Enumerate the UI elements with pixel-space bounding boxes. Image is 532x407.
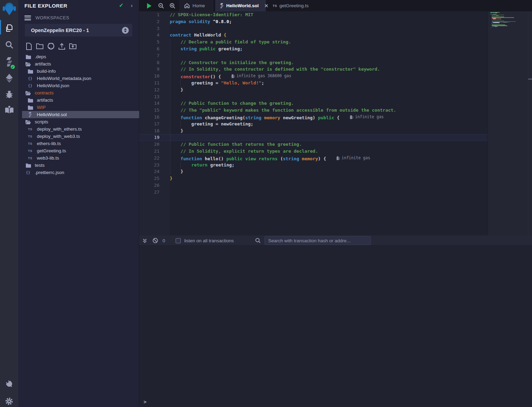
overview-ruler[interactable]	[528, 11, 532, 235]
line-number[interactable]: 15	[139, 107, 159, 114]
new-file-icon[interactable]	[25, 42, 33, 50]
home-icon	[184, 3, 190, 8]
line-number[interactable]: 10	[139, 73, 159, 80]
upload-file-icon[interactable]	[58, 42, 66, 50]
folder-open-icon	[25, 62, 31, 67]
tree-item-getgreeting-ts[interactable]: TSgetGreeting.ts	[22, 147, 139, 154]
close-tab-icon[interactable]: ✕	[264, 3, 269, 9]
run-script-button[interactable]	[145, 0, 154, 11]
play-icon	[147, 3, 152, 9]
code-line-19: 19	[139, 134, 488, 141]
line-number[interactable]: 21	[139, 148, 159, 155]
terminal-prompt: >	[144, 399, 146, 405]
tree-item-helloworld-metadata-json[interactable]: {}HelloWorld_metadata.json	[22, 75, 139, 82]
tree-item-label: HelloWorld.json	[37, 83, 69, 88]
line-number[interactable]: 24	[139, 168, 159, 175]
file-explorer-icon[interactable]	[0, 22, 18, 34]
remix-ide-window: ✓	[0, 0, 532, 407]
line-number[interactable]: 19	[139, 134, 159, 141]
line-number[interactable]: 4	[139, 32, 159, 39]
tree-item--deps[interactable]: .deps	[22, 53, 139, 60]
line-number[interactable]: 11	[139, 80, 159, 87]
tree-item-tests[interactable]: tests	[22, 162, 139, 169]
expand-terminal-icon[interactable]	[142, 235, 147, 246]
tree-item--prettierrc-json[interactable]: {}.prettierrc.json	[22, 169, 139, 176]
listen-checkbox[interactable]	[176, 235, 181, 246]
code-line-14: 14 // Public function to change the gree…	[139, 100, 488, 107]
code-line-7: 7	[139, 52, 488, 59]
line-number[interactable]: 12	[139, 87, 159, 93]
line-number[interactable]: 26	[139, 182, 159, 189]
terminal-output[interactable]: >	[139, 246, 532, 407]
github-icon[interactable]	[47, 42, 55, 50]
terminal-toolbar: 0 listen on all transactions	[139, 235, 532, 246]
code-editor[interactable]: 1// SPDX-License-Identifier: MIT2pragma …	[139, 11, 532, 235]
line-number[interactable]: 18	[139, 128, 159, 134]
tree-item-helloworld-json[interactable]: {}HelloWorld.json	[22, 82, 139, 89]
tree-item-helloworld-sol[interactable]: HelloWorld.sol	[22, 111, 139, 118]
line-number[interactable]: 16	[139, 114, 159, 121]
hamburger-menu-icon[interactable]	[24, 16, 31, 20]
upload-folder-icon[interactable]	[69, 42, 77, 50]
chevron-right-icon[interactable]: ›	[131, 2, 133, 8]
tree-item-web3-lib-ts[interactable]: TSweb3-lib.ts	[22, 154, 139, 162]
line-number[interactable]: 2	[139, 18, 159, 25]
zoom-out-icon[interactable]	[157, 0, 165, 11]
tree-item-artifacts[interactable]: artifacts	[22, 96, 139, 104]
search-icon[interactable]	[0, 39, 18, 51]
tree-item-contracts[interactable]: contracts	[22, 89, 139, 96]
plugin-manager-icon[interactable]	[0, 378, 18, 389]
line-number[interactable]: 6	[139, 45, 159, 52]
line-number[interactable]: 27	[139, 189, 159, 196]
tab-getgreeting-ts[interactable]: TS getGreeting.ts	[269, 0, 313, 11]
workspace-select[interactable]: OpenZeppelin ERC20 - 1	[25, 24, 132, 37]
line-number[interactable]: 13	[139, 93, 159, 100]
tree-item-wip[interactable]: WIP	[22, 104, 139, 111]
minimap[interactable]	[490, 12, 528, 233]
line-number[interactable]: 22	[139, 155, 159, 162]
workspace-selected-value: OpenZeppelin ERC20 - 1	[31, 28, 89, 33]
tree-item-deploy-with-ethers-ts[interactable]: TSdeploy_with_ethers.ts	[22, 125, 139, 133]
transaction-search-input[interactable]	[264, 236, 371, 245]
code-line-24: 24 }	[139, 168, 488, 175]
tree-item-label: WIP	[37, 105, 46, 110]
code-text: // The "public" keyword makes the functi…	[159, 107, 396, 114]
line-number[interactable]: 23	[139, 162, 159, 169]
tab-home[interactable]: Home	[179, 0, 213, 11]
ts-icon: TS	[27, 135, 33, 138]
settings-gear-icon[interactable]	[0, 396, 18, 407]
folder-open-icon	[25, 91, 31, 95]
tree-item-label: .prettierrc.json	[35, 170, 64, 175]
tree-item-artifacts[interactable]: artifacts	[22, 60, 139, 68]
line-number[interactable]: 17	[139, 121, 159, 128]
code-text: function hello() public view returns (st…	[159, 155, 370, 162]
line-number[interactable]: 25	[139, 175, 159, 182]
zoom-in-icon[interactable]	[168, 0, 177, 11]
code-line-11: 11 greeting = "Hello, World!";	[139, 80, 488, 87]
learn-book-icon[interactable]	[0, 104, 18, 115]
tree-item-label: scripts	[35, 119, 48, 124]
folder-icon	[27, 105, 33, 110]
tab-helloworld-sol[interactable]: HelloWorld.sol ✕	[215, 0, 266, 11]
new-folder-icon[interactable]	[36, 42, 44, 50]
code-line-5: 5 // Declare a public field of type stri…	[139, 39, 488, 45]
line-number[interactable]: 7	[139, 52, 159, 59]
tree-item-build-info[interactable]: build-info	[22, 68, 139, 75]
transaction-count: 0	[163, 235, 165, 246]
tree-item-deploy-with-web3-ts[interactable]: TSdeploy_with_web3.ts	[22, 133, 139, 140]
debugger-icon[interactable]	[0, 89, 18, 100]
line-number[interactable]: 14	[139, 100, 159, 107]
tree-item-label: contracts	[35, 90, 54, 95]
line-number[interactable]: 9	[139, 66, 159, 73]
line-number[interactable]: 3	[139, 25, 159, 32]
code-text	[159, 134, 170, 141]
line-number[interactable]: 8	[139, 59, 159, 66]
solidity-compiler-icon[interactable]: ✓	[0, 55, 18, 68]
line-number[interactable]: 20	[139, 141, 159, 148]
line-number[interactable]: 1	[139, 11, 159, 18]
deploy-run-icon[interactable]	[0, 72, 18, 84]
clear-console-icon[interactable]	[153, 235, 158, 246]
line-number[interactable]: 5	[139, 39, 159, 45]
tree-item-ethers-lib-ts[interactable]: TSethers-lib.ts	[22, 140, 139, 147]
tree-item-scripts[interactable]: scripts	[22, 118, 139, 125]
